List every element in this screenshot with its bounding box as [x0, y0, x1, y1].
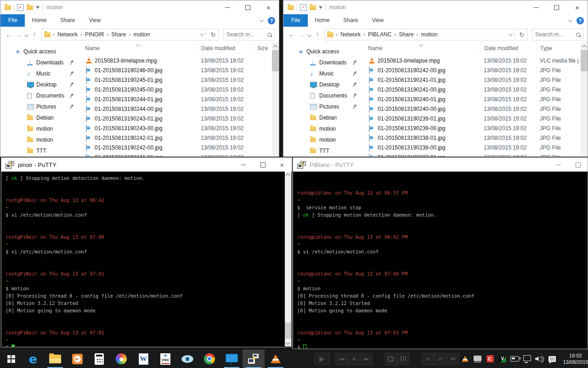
- terminal-output[interactable]: :root@piblanc on Thu Aug 13 at 06:37 PM~…: [293, 172, 588, 349]
- sidebar-item-music[interactable]: Music: [283, 68, 365, 79]
- taskbar-chrome[interactable]: [198, 350, 220, 368]
- close-button[interactable]: ×: [567, 0, 588, 14]
- fullscreen-button[interactable]: [384, 353, 397, 365]
- forward-icon[interactable]: →: [14, 31, 23, 38]
- address-box[interactable]: ›Network›PINOIR›Share›motion: [41, 29, 206, 40]
- close-button[interactable]: ×: [272, 158, 292, 172]
- taskbar-clock[interactable]: 19:02 13/08/2015: [559, 352, 588, 365]
- previous-button[interactable]: ◀◀: [335, 353, 348, 365]
- tab-share[interactable]: Share: [336, 14, 365, 27]
- properties-check-icon[interactable]: [17, 4, 24, 11]
- maximize-button[interactable]: [237, 0, 258, 14]
- tray-ccleaner[interactable]: [484, 350, 496, 368]
- tray-vnc[interactable]: [496, 350, 509, 368]
- taskbar-remote-display[interactable]: [220, 350, 243, 368]
- up-icon[interactable]: ↑: [30, 31, 39, 38]
- stop-button[interactable]: ■: [348, 353, 360, 365]
- sidebar-item-desktop[interactable]: Desktop: [0, 79, 82, 90]
- sidebar-item-ttt[interactable]: TTT: [283, 145, 365, 156]
- new-folder-icon[interactable]: [27, 5, 33, 10]
- ribbon-collapse-icon[interactable]: [568, 17, 573, 22]
- shuffle-button[interactable]: [447, 353, 459, 365]
- new-folder-icon[interactable]: [310, 5, 316, 10]
- properties-check-icon[interactable]: [300, 4, 307, 11]
- scroll-up-icon[interactable]: [273, 45, 278, 50]
- sidebar-item-motion[interactable]: motion: [283, 134, 365, 145]
- file-row[interactable]: 01-20150813190244-00.jpg13/08/2015 19:02: [82, 104, 272, 114]
- refresh-icon[interactable]: ↻: [208, 29, 219, 40]
- file-row[interactable]: 01-20150813190241-01.jpg13/08/2015 19:02: [82, 153, 272, 156]
- tray-vlc[interactable]: [459, 350, 471, 368]
- address-dropdown-icon[interactable]: [509, 32, 513, 36]
- sidebar-item-debian[interactable]: Debian: [283, 112, 365, 123]
- file-row[interactable]: 01-20150813190246-00.jpg13/08/2015 19:02: [82, 66, 272, 75]
- recent-locations-icon[interactable]: [307, 32, 312, 37]
- breadcrumb-piblanc[interactable]: PIBLANC: [368, 31, 391, 38]
- breadcrumb-motion[interactable]: motion: [421, 31, 437, 38]
- file-row[interactable]: 01-20150813190237-01.jpg13/08/2015 19:02…: [365, 153, 581, 156]
- putty-titlebar[interactable]: PiBlanc - PuTTY: [293, 158, 588, 172]
- ribbon-collapse-icon[interactable]: [260, 17, 264, 22]
- up-icon[interactable]: ↑: [313, 31, 322, 38]
- tray-network[interactable]: [521, 350, 533, 368]
- address-dropdown-icon[interactable]: [200, 32, 204, 36]
- sidebar-item-documents[interactable]: Documents: [0, 90, 82, 101]
- putty-titlebar[interactable]: pinoir - PuTTY ×: [1, 158, 292, 172]
- help-icon[interactable]: ?: [268, 17, 275, 24]
- search-input[interactable]: Search m...: [223, 29, 275, 40]
- sidebar-item-music[interactable]: Music: [0, 68, 82, 79]
- file-row[interactable]: 01-20150813190241-01.jpg13/08/2015 19:02…: [365, 75, 581, 85]
- scroll-thumb[interactable]: [272, 50, 279, 71]
- sidebar-item-motion[interactable]: motion: [0, 123, 82, 134]
- file-row[interactable]: 01-20150813190243-01.jpg13/08/2015 19:02: [82, 114, 272, 124]
- file-row[interactable]: 01-20150813190242-00.jpg13/08/2015 19:02: [82, 143, 272, 153]
- tab-file[interactable]: File: [0, 14, 25, 27]
- tab-file[interactable]: File: [283, 14, 308, 27]
- sidebar-item-desktop[interactable]: Desktop: [283, 79, 365, 90]
- file-row[interactable]: 01-20150813190245-01.jpg13/08/2015 19:02: [82, 75, 272, 85]
- sidebar-item-downloads[interactable]: Downloads: [283, 57, 365, 68]
- tray-power[interactable]: [509, 350, 521, 368]
- sidebar-item-pictures[interactable]: Pictures: [283, 101, 365, 112]
- sidebar-item-debian[interactable]: Debian: [0, 112, 82, 123]
- file-row[interactable]: 01-20150813190245-00.jpg13/08/2015 19:02: [82, 85, 272, 95]
- next-button[interactable]: ▶▶: [360, 353, 373, 365]
- breadcrumb-share[interactable]: Share: [399, 31, 413, 38]
- help-icon[interactable]: ?: [577, 17, 584, 24]
- breadcrumb-share[interactable]: Share: [111, 31, 126, 38]
- tray-action-center[interactable]: [546, 350, 558, 368]
- file-row[interactable]: 01-20150813190239-00.jpg13/08/2015 19:02…: [365, 124, 581, 133]
- forward-icon[interactable]: →: [297, 31, 305, 38]
- address-box[interactable]: ›Network›PIBLANC›Share›motion: [324, 29, 515, 40]
- back-icon[interactable]: ←: [5, 31, 13, 38]
- sidebar-item-motion[interactable]: motion: [283, 123, 365, 134]
- back-icon[interactable]: ←: [288, 31, 296, 38]
- scroll-thumb[interactable]: [581, 50, 588, 71]
- taskbar-vnc[interactable]: [154, 350, 176, 368]
- play-button[interactable]: ▶: [314, 353, 330, 365]
- breadcrumb-motion[interactable]: motion: [133, 31, 150, 38]
- tab-share[interactable]: Share: [53, 14, 82, 27]
- qat-customize-icon[interactable]: [36, 6, 40, 9]
- file-row[interactable]: 01-20150813190241-00.jpg13/08/2015 19:02…: [365, 85, 581, 95]
- tab-view[interactable]: View: [365, 14, 390, 27]
- minimize-button[interactable]: [526, 0, 546, 14]
- refresh-icon[interactable]: ↻: [516, 29, 528, 40]
- maximize-button[interactable]: [568, 158, 588, 172]
- loop-button[interactable]: ⇄: [434, 353, 447, 365]
- explorer-titlebar[interactable]: motion ×: [0, 0, 279, 14]
- sidebar-item-ttt[interactable]: TTT: [0, 145, 82, 156]
- file-row[interactable]: 01-20150813190242-00.jpg13/08/2015 19:02…: [365, 66, 581, 75]
- tray-display[interactable]: [471, 350, 484, 368]
- taskbar-edge[interactable]: [22, 350, 44, 368]
- minimize-button[interactable]: [549, 158, 568, 172]
- file-row[interactable]: 01-20150813190239-01.jpg13/08/2015 19:02…: [365, 114, 581, 124]
- tray-volume[interactable]: [533, 350, 546, 368]
- taskbar-media-player[interactable]: [66, 350, 88, 368]
- minimize-button[interactable]: [234, 158, 253, 172]
- file-row[interactable]: 20150813-timelapse.mpg13/08/2015 19:02VL…: [365, 56, 581, 66]
- file-row[interactable]: 01-20150813190238-01.jpg13/08/2015 19:02…: [365, 133, 581, 143]
- breadcrumb-pinoir[interactable]: PINOIR: [85, 31, 104, 38]
- taskbar-eye-viewer[interactable]: [176, 350, 198, 368]
- scroll-down-icon[interactable]: [286, 340, 290, 345]
